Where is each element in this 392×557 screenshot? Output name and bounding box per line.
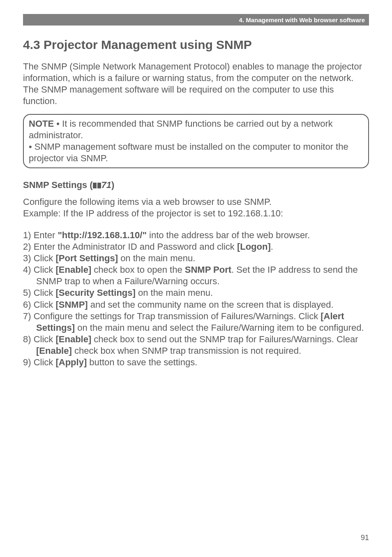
step-text: into the address bar of the web browser.: [147, 230, 310, 240]
sub-title-prefix: SNMP Settings (: [23, 180, 93, 190]
step-text: 4) Click: [23, 265, 55, 275]
step-text: and set the community name on the screen…: [88, 299, 334, 310]
steps-list: 1) Enter "http://192.168.1.10/" into the…: [23, 230, 369, 369]
section-title: 4.3 Projector Management using SNMP: [23, 38, 369, 52]
step-bold: [Enable]: [36, 346, 72, 356]
step-7: 7) Configure the settings for Trap trans…: [23, 311, 369, 334]
step-text: 3) Click: [23, 253, 55, 263]
step-bold: SNMP Port: [185, 265, 231, 275]
config-line-1: Configure the following items via a web …: [23, 197, 272, 207]
note-line-1: NOTE • It is recommended that SNMP funct…: [29, 118, 363, 141]
step-text: check box to send out the SNMP trap for …: [91, 334, 358, 344]
step-text: button to save the settings.: [87, 357, 197, 367]
page-content: 4.3 Projector Management using SNMP The …: [23, 38, 369, 368]
step-text: check box when SNMP trap transmission is…: [72, 346, 301, 356]
note-box: NOTE • It is recommended that SNMP funct…: [23, 114, 369, 169]
step-bold: "http://192.168.1.10/": [58, 230, 147, 240]
ref-number: 71: [101, 180, 111, 190]
step-text: 2) Enter the Administrator ID and Passwo…: [23, 241, 237, 252]
step-text: 9) Click: [23, 357, 55, 367]
step-bold: [Logon]: [237, 241, 271, 252]
step-text: on the main menu.: [118, 253, 195, 263]
snmp-settings-title: SNMP Settings (71): [23, 180, 369, 190]
intro-paragraph: The SNMP (Simple Network Management Prot…: [23, 61, 369, 107]
page-number: 91: [361, 534, 369, 542]
step-3: 3) Click [Port Settings] on the main men…: [23, 253, 369, 264]
step-bold: [Apply]: [55, 357, 87, 367]
step-text: 6) Click: [23, 299, 55, 310]
step-6: 6) Click [SNMP] and set the community na…: [23, 299, 369, 311]
step-text: 1) Enter: [23, 230, 58, 240]
step-5: 5) Click [Security Settings] on the main…: [23, 287, 369, 299]
chapter-title: 4. Management with Web browser software: [239, 16, 365, 23]
step-bold: [Security Settings]: [55, 288, 135, 298]
step-1: 1) Enter "http://192.168.1.10/" into the…: [23, 230, 369, 241]
note-text-1: • It is recommended that SNMP functions …: [29, 118, 333, 140]
step-bold: [Port Settings]: [55, 253, 118, 263]
sub-title-suffix: ): [111, 180, 114, 190]
config-paragraph: Configure the following items via a web …: [23, 196, 369, 219]
step-text: 7) Configure the settings for Trap trans…: [23, 311, 321, 321]
note-label: NOTE: [29, 118, 54, 129]
step-8: 8) Click [Enable] check box to send out …: [23, 334, 369, 357]
book-icon: [93, 183, 101, 188]
header-bar: 4. Management with Web browser software: [23, 14, 369, 26]
step-text: 8) Click: [23, 334, 55, 344]
step-9: 9) Click [Apply] button to save the sett…: [23, 357, 369, 368]
step-text: on the main menu.: [136, 288, 213, 298]
step-bold: [Enable]: [55, 265, 91, 275]
step-text: .: [271, 241, 273, 252]
step-bold: [SNMP]: [55, 299, 88, 310]
step-text: 5) Click: [23, 288, 55, 298]
step-text: check box to open the: [91, 265, 185, 275]
step-bold: [Enable]: [55, 334, 91, 344]
note-line-2: • SNMP management software must be insta…: [29, 141, 363, 164]
step-4: 4) Click [Enable] check box to open the …: [23, 264, 369, 287]
step-text: on the main menu and select the Failure/…: [75, 323, 364, 333]
config-line-2: Example: If the IP address of the projec…: [23, 208, 283, 218]
step-2: 2) Enter the Administrator ID and Passwo…: [23, 241, 369, 253]
